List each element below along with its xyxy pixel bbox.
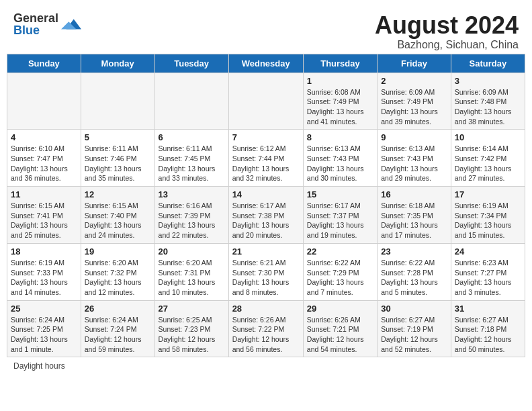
page-header: General Blue August 2024 Bazhong, Sichua…: [7, 7, 525, 54]
day-number: 4: [11, 132, 77, 142]
calendar-cell: 30Sunrise: 6:27 AMSunset: 7:19 PMDayligh…: [378, 300, 451, 357]
calendar-cell: 14Sunrise: 6:17 AMSunset: 7:38 PMDayligh…: [228, 187, 303, 244]
day-info: Sunrise: 6:15 AMSunset: 7:40 PMDaylight:…: [85, 201, 151, 240]
weekday-header: Monday: [81, 54, 154, 73]
calendar-cell: 6Sunrise: 6:11 AMSunset: 7:45 PMDaylight…: [154, 130, 228, 187]
day-info: Sunrise: 6:18 AMSunset: 7:35 PMDaylight:…: [381, 201, 447, 240]
calendar-cell: [81, 73, 154, 130]
day-info: Sunrise: 6:15 AMSunset: 7:41 PMDaylight:…: [11, 201, 77, 240]
day-info: Sunrise: 6:24 AMSunset: 7:25 PMDaylight:…: [11, 315, 77, 355]
day-number: 3: [455, 76, 521, 86]
day-number: 26: [85, 304, 151, 314]
calendar-cell: 13Sunrise: 6:16 AMSunset: 7:39 PMDayligh…: [154, 187, 228, 244]
day-number: 29: [307, 304, 373, 314]
day-info: Sunrise: 6:09 AMSunset: 7:49 PMDaylight:…: [381, 87, 447, 127]
calendar-cell: 22Sunrise: 6:22 AMSunset: 7:29 PMDayligh…: [303, 243, 377, 300]
calendar-cell: 1Sunrise: 6:08 AMSunset: 7:49 PMDaylight…: [303, 73, 377, 130]
calendar-cell: 20Sunrise: 6:20 AMSunset: 7:31 PMDayligh…: [154, 243, 228, 300]
day-number: 19: [85, 246, 151, 257]
calendar-cell: 8Sunrise: 6:13 AMSunset: 7:43 PMDaylight…: [303, 130, 377, 187]
day-number: 5: [85, 132, 151, 142]
day-info: Sunrise: 6:19 AMSunset: 7:33 PMDaylight:…: [11, 258, 77, 298]
day-number: 27: [159, 304, 225, 314]
calendar-cell: 7Sunrise: 6:12 AMSunset: 7:44 PMDaylight…: [228, 130, 303, 187]
weekday-header: Wednesday: [228, 54, 303, 73]
calendar-cell: 24Sunrise: 6:23 AMSunset: 7:27 PMDayligh…: [451, 243, 525, 300]
calendar-cell: 17Sunrise: 6:19 AMSunset: 7:34 PMDayligh…: [451, 187, 525, 244]
day-number: 20: [159, 246, 225, 257]
weekday-header: Thursday: [303, 54, 377, 73]
day-info: Sunrise: 6:23 AMSunset: 7:27 PMDaylight:…: [455, 258, 521, 298]
day-number: 25: [11, 304, 77, 314]
day-info: Sunrise: 6:13 AMSunset: 7:43 PMDaylight:…: [307, 144, 373, 183]
footer: Daylight hours: [7, 357, 525, 372]
day-number: 8: [307, 132, 373, 142]
calendar-cell: 11Sunrise: 6:15 AMSunset: 7:41 PMDayligh…: [7, 187, 81, 244]
day-info: Sunrise: 6:17 AMSunset: 7:37 PMDaylight:…: [307, 201, 373, 240]
weekday-header: Saturday: [451, 54, 525, 73]
calendar-cell: 4Sunrise: 6:10 AMSunset: 7:47 PMDaylight…: [7, 130, 81, 187]
day-number: 2: [381, 76, 447, 86]
day-info: Sunrise: 6:10 AMSunset: 7:47 PMDaylight:…: [11, 144, 77, 183]
day-number: 13: [159, 189, 225, 199]
day-info: Sunrise: 6:26 AMSunset: 7:21 PMDaylight:…: [307, 315, 373, 355]
calendar-cell: 18Sunrise: 6:19 AMSunset: 7:33 PMDayligh…: [7, 243, 81, 300]
day-info: Sunrise: 6:09 AMSunset: 7:48 PMDaylight:…: [455, 87, 521, 127]
calendar-cell: 27Sunrise: 6:25 AMSunset: 7:23 PMDayligh…: [154, 300, 228, 357]
day-info: Sunrise: 6:26 AMSunset: 7:22 PMDaylight:…: [232, 315, 300, 355]
day-info: Sunrise: 6:17 AMSunset: 7:38 PMDaylight:…: [232, 201, 300, 240]
calendar-header: SundayMondayTuesdayWednesdayThursdayFrid…: [7, 54, 525, 73]
weekday-header: Sunday: [7, 54, 81, 73]
calendar-cell: 25Sunrise: 6:24 AMSunset: 7:25 PMDayligh…: [7, 300, 81, 357]
day-info: Sunrise: 6:20 AMSunset: 7:31 PMDaylight:…: [159, 258, 225, 298]
calendar-cell: 9Sunrise: 6:13 AMSunset: 7:43 PMDaylight…: [378, 130, 451, 187]
day-number: 21: [232, 246, 300, 257]
month-year: August 2024: [375, 12, 519, 39]
calendar-cell: 28Sunrise: 6:26 AMSunset: 7:22 PMDayligh…: [228, 300, 303, 357]
calendar-cell: 12Sunrise: 6:15 AMSunset: 7:40 PMDayligh…: [81, 187, 154, 244]
day-info: Sunrise: 6:11 AMSunset: 7:45 PMDaylight:…: [159, 144, 225, 183]
day-info: Sunrise: 6:19 AMSunset: 7:34 PMDaylight:…: [455, 201, 521, 240]
calendar-body: 1Sunrise: 6:08 AMSunset: 7:49 PMDaylight…: [7, 73, 525, 357]
day-number: 12: [85, 189, 151, 199]
logo-icon: [61, 14, 81, 34]
day-number: 18: [11, 246, 77, 257]
calendar-cell: [154, 73, 228, 130]
logo-general-text: General: [13, 12, 58, 24]
calendar-cell: 21Sunrise: 6:21 AMSunset: 7:30 PMDayligh…: [228, 243, 303, 300]
day-number: 30: [381, 304, 447, 314]
calendar-cell: 3Sunrise: 6:09 AMSunset: 7:48 PMDaylight…: [451, 73, 525, 130]
day-info: Sunrise: 6:20 AMSunset: 7:32 PMDaylight:…: [85, 258, 151, 298]
day-info: Sunrise: 6:14 AMSunset: 7:42 PMDaylight:…: [455, 144, 521, 183]
daylight-hours-label: Daylight hours: [13, 361, 65, 371]
title-block: August 2024 Bazhong, Sichuan, China: [375, 12, 519, 51]
day-number: 16: [381, 189, 447, 199]
day-info: Sunrise: 6:22 AMSunset: 7:29 PMDaylight:…: [307, 258, 373, 298]
calendar-cell: 26Sunrise: 6:24 AMSunset: 7:24 PMDayligh…: [81, 300, 154, 357]
day-number: 23: [381, 246, 447, 257]
day-number: 1: [307, 76, 373, 86]
calendar-cell: 19Sunrise: 6:20 AMSunset: 7:32 PMDayligh…: [81, 243, 154, 300]
day-number: 14: [232, 189, 300, 199]
calendar-cell: [7, 73, 81, 130]
day-number: 15: [307, 189, 373, 199]
day-number: 6: [159, 132, 225, 142]
logo-blue-text: Blue: [13, 24, 58, 36]
calendar-cell: 16Sunrise: 6:18 AMSunset: 7:35 PMDayligh…: [378, 187, 451, 244]
day-info: Sunrise: 6:27 AMSunset: 7:19 PMDaylight:…: [381, 315, 447, 355]
calendar-table: SundayMondayTuesdayWednesdayThursdayFrid…: [7, 54, 525, 358]
calendar-cell: 29Sunrise: 6:26 AMSunset: 7:21 PMDayligh…: [303, 300, 377, 357]
weekday-header: Friday: [378, 54, 451, 73]
day-number: 22: [307, 246, 373, 257]
day-number: 17: [455, 189, 521, 199]
day-info: Sunrise: 6:22 AMSunset: 7:28 PMDaylight:…: [381, 258, 447, 298]
day-number: 11: [11, 189, 77, 199]
day-info: Sunrise: 6:12 AMSunset: 7:44 PMDaylight:…: [232, 144, 300, 183]
day-info: Sunrise: 6:25 AMSunset: 7:23 PMDaylight:…: [159, 315, 225, 355]
day-info: Sunrise: 6:24 AMSunset: 7:24 PMDaylight:…: [85, 315, 151, 355]
day-number: 28: [232, 304, 300, 314]
day-info: Sunrise: 6:16 AMSunset: 7:39 PMDaylight:…: [159, 201, 225, 240]
day-number: 7: [232, 132, 300, 142]
day-number: 24: [455, 246, 521, 257]
day-number: 10: [455, 132, 521, 142]
